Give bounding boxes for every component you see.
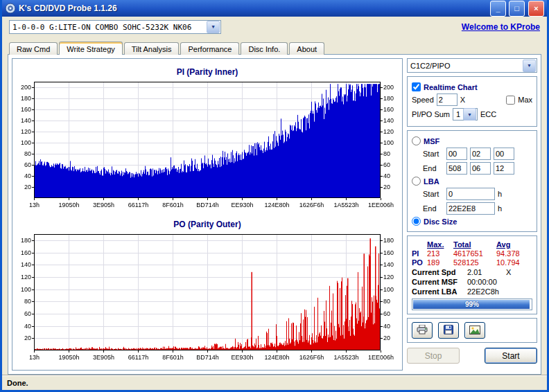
chevron-down-icon[interactable]: ▼: [207, 21, 220, 33]
pi-row-label: PI: [412, 249, 427, 258]
avg-header: Avg: [496, 240, 532, 249]
current-speed-row: Current Spd 2.01 X: [412, 268, 532, 276]
realtime-chart-label: Realtime Chart: [424, 83, 478, 91]
speed-label: Speed: [412, 96, 434, 104]
lba-start-input[interactable]: [446, 188, 495, 200]
pi-results-row: PI 213 4617651 94.378: [412, 249, 532, 258]
current-lba-label: Current LBA: [412, 287, 467, 296]
msf-start-min-input[interactable]: [446, 148, 467, 160]
pi-avg-value: 94.378: [496, 249, 532, 258]
msf-end-sec-input[interactable]: [470, 162, 491, 175]
chevron-down-icon[interactable]: ▼: [463, 108, 476, 121]
msf-end-label: End: [423, 164, 444, 172]
disc-size-radio[interactable]: [412, 217, 421, 226]
action-row: Stop Start: [407, 348, 537, 364]
drive-selector[interactable]: 1-0-0-0 G:LITE-ON COMBO SOHC-5232K NK06 …: [9, 20, 221, 34]
lba-label: LBA: [424, 177, 439, 186]
side-panel: C1C2/PIPO ▼ Realtime Chart Speed X Max: [407, 58, 537, 371]
pipo-sum-label: PI/PO Sum: [412, 110, 450, 118]
status-bar: Done.: [2, 375, 547, 390]
tab-disc-info[interactable]: Disc Info.: [241, 42, 288, 55]
pipo-sum-value: 1: [456, 110, 460, 118]
pi-chart-block: PI (Parity Inner): [14, 66, 401, 211]
tab-performance[interactable]: Performance: [180, 42, 239, 55]
tab-raw-cmd[interactable]: Raw Cmd: [9, 42, 58, 55]
po-chart-canvas: [13, 230, 401, 363]
msf-radio[interactable]: [412, 136, 421, 145]
progress-label: 99%: [412, 299, 532, 310]
minimize-button[interactable]: _: [490, 1, 506, 17]
lba-end-input[interactable]: [446, 202, 495, 215]
po-avg-value: 10.794: [496, 258, 532, 267]
disc-size-label: Disc Size: [424, 217, 457, 226]
max-speed-checkbox[interactable]: [506, 96, 515, 105]
lba-end-label: End: [423, 204, 444, 213]
current-speed-value: 2.01: [467, 268, 506, 276]
speed-input[interactable]: [437, 93, 458, 106]
speed-unit: X: [460, 96, 465, 104]
lba-radio[interactable]: [412, 177, 421, 186]
current-speed-label: Current Spd: [412, 268, 467, 276]
save-button[interactable]: [438, 322, 459, 339]
msf-end-frame-input[interactable]: [494, 162, 514, 175]
pipo-sum-selector[interactable]: 1 ▼: [453, 108, 478, 121]
lba-start-unit: h: [498, 190, 502, 198]
start-button[interactable]: Start: [485, 348, 537, 364]
toolbar: 1-0-0-0 G:LITE-ON COMBO SOHC-5232K NK06 …: [2, 17, 547, 37]
pi-total-value: 4617651: [453, 249, 496, 258]
chevron-down-icon[interactable]: ▼: [523, 60, 536, 72]
print-button[interactable]: [412, 322, 433, 339]
pi-chart-title: PI (Parity Inner): [177, 67, 238, 77]
charts-panel: PI (Parity Inner) PO (Parity Outer): [12, 58, 403, 371]
current-lba-value: 22E2C8h: [467, 287, 506, 296]
write-strategy-page: PI (Parity Inner) PO (Parity Outer) C1C2…: [8, 54, 541, 375]
msf-start-sec-input[interactable]: [470, 148, 491, 160]
current-msf-row: Current MSF 00:00:00: [412, 278, 532, 286]
msf-start-label: Start: [423, 150, 444, 158]
po-results-row: PO 189 528125 10.794: [412, 258, 532, 267]
pipo-sum-unit: ECC: [480, 110, 496, 118]
print-icon: [417, 325, 428, 336]
lba-start-label: Start: [423, 190, 444, 198]
app-icon: [5, 3, 16, 14]
total-header: Total: [453, 240, 496, 249]
current-msf-value: 00:00:00: [467, 278, 506, 286]
pi-chart-canvas: [13, 78, 401, 211]
drive-selector-value: 1-0-0-0 G:LITE-ON COMBO SOHC-5232K NK06: [12, 23, 204, 32]
settings-group: Realtime Chart Speed X Max PI/PO Sum 1 ▼: [407, 76, 537, 127]
po-total-value: 528125: [453, 258, 496, 267]
pi-max-value: 213: [427, 249, 453, 258]
mode-selector[interactable]: C1C2/PIPO ▼: [407, 58, 537, 73]
tab-write-strategy[interactable]: Write Strategy: [59, 42, 123, 55]
window-title: K's CD/DVD Probe 1.1.26: [19, 3, 487, 13]
tab-tilt-analysis[interactable]: Tilt Analysis: [124, 42, 180, 55]
welcome-link[interactable]: Welcome to KProbe: [462, 22, 540, 32]
title-bar: K's CD/DVD Probe 1.1.26 _ □ ×: [2, 0, 547, 17]
save-image-button[interactable]: [464, 322, 485, 339]
po-chart-title: PO (Parity Outer): [173, 220, 241, 229]
current-speed-unit: X: [506, 268, 511, 276]
msf-end-min-input[interactable]: [446, 162, 467, 175]
maximize-button[interactable]: □: [509, 1, 525, 17]
save-icon: [444, 325, 453, 336]
stop-button[interactable]: Stop: [407, 348, 460, 364]
close-button[interactable]: ×: [528, 1, 544, 17]
po-row-label: PO: [412, 258, 427, 267]
current-lba-row: Current LBA 22E2C8h: [412, 287, 532, 296]
po-max-value: 189: [427, 258, 453, 267]
current-msf-label: Current MSF: [412, 278, 467, 286]
realtime-chart-checkbox[interactable]: [412, 82, 421, 91]
max-speed-label: Max: [518, 96, 532, 104]
tab-about[interactable]: About: [289, 42, 324, 55]
lba-end-unit: h: [498, 204, 502, 213]
po-chart-block: PO (Parity Outer): [14, 218, 401, 363]
results-group: Max. Total Avg PI 213 4617651 94.378 PO …: [407, 235, 537, 314]
tools-group: [407, 318, 537, 343]
export-image-icon: [469, 326, 480, 336]
results-header: Max. Total Avg: [412, 240, 532, 249]
msf-label: MSF: [424, 137, 439, 145]
msf-start-frame-input[interactable]: [494, 148, 514, 160]
progress-bar: 99%: [412, 299, 532, 310]
mode-selector-value: C1C2/PIPO: [410, 62, 520, 70]
app-window: K's CD/DVD Probe 1.1.26 _ □ × 1-0-0-0 G:…: [0, 0, 549, 392]
